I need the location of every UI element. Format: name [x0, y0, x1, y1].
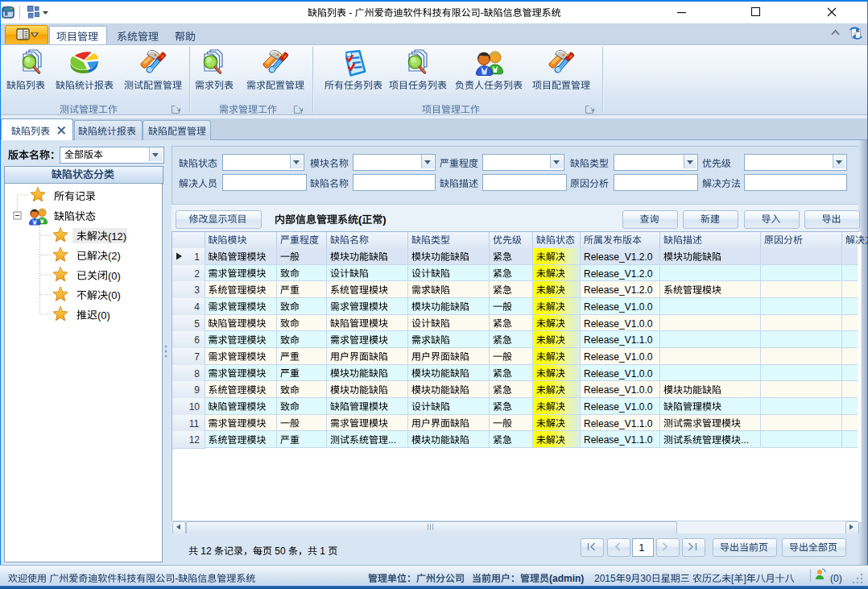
svg-text:10: 10 — [189, 401, 200, 413]
svg-text:Release_V1.0.0: Release_V1.0.0 — [584, 384, 653, 396]
svg-text:7: 7 — [194, 351, 200, 363]
svg-text:8: 8 — [194, 368, 200, 380]
svg-text:): ) — [382, 214, 386, 226]
svg-text:2015: 2015 — [594, 573, 616, 584]
svg-text:(0): (0) — [830, 573, 842, 584]
svg-text:1: 1 — [639, 542, 645, 554]
svg-text:Release_V1.0.0: Release_V1.0.0 — [584, 351, 653, 363]
svg-text:...: ... — [741, 434, 749, 446]
svg-text:-: - — [175, 573, 178, 584]
svg-text:(0): (0) — [108, 289, 121, 301]
svg-text:50: 50 — [272, 545, 288, 557]
svg-text:2: 2 — [194, 268, 200, 280]
svg-text:Release_V1.2.0: Release_V1.2.0 — [584, 251, 653, 263]
svg-text:(: ( — [358, 214, 362, 226]
svg-text:(admin): (admin) — [549, 573, 584, 584]
svg-text:Release_V1.2.0: Release_V1.2.0 — [584, 268, 653, 280]
svg-text:5: 5 — [194, 318, 200, 330]
svg-text:1: 1 — [317, 545, 328, 557]
svg-text:Release_V1.2.0: Release_V1.2.0 — [584, 284, 653, 296]
svg-text:-: - — [481, 7, 484, 19]
svg-text:12: 12 — [189, 434, 200, 446]
svg-text:...: ... — [388, 434, 396, 446]
svg-text:6: 6 — [194, 334, 200, 346]
svg-text:Release_V1.0.0: Release_V1.0.0 — [584, 318, 653, 330]
svg-text:4: 4 — [194, 301, 200, 313]
svg-text:(12): (12) — [108, 230, 126, 243]
svg-text:Release_V1.0.0: Release_V1.0.0 — [584, 301, 653, 313]
svg-text:1: 1 — [194, 251, 200, 263]
svg-text:Release_V1.0.0: Release_V1.0.0 — [584, 401, 653, 413]
svg-text:11: 11 — [189, 418, 200, 429]
svg-text:]: ] — [743, 573, 746, 584]
svg-text:Release_V1.1.0: Release_V1.1.0 — [584, 418, 653, 429]
svg-text:30: 30 — [640, 573, 651, 584]
svg-text:9: 9 — [626, 573, 631, 584]
svg-text:(0): (0) — [97, 309, 110, 321]
svg-text:9: 9 — [194, 384, 200, 396]
svg-text:Release_V1.1.0: Release_V1.1.0 — [584, 434, 653, 446]
svg-text:3: 3 — [194, 284, 200, 296]
svg-text:(2): (2) — [108, 250, 121, 262]
svg-text:(0): (0) — [108, 270, 121, 282]
svg-text:-: - — [346, 7, 355, 19]
svg-text:12: 12 — [198, 545, 214, 557]
svg-text:[: [ — [731, 573, 734, 584]
svg-text:Release_V1.1.0: Release_V1.1.0 — [584, 334, 653, 346]
svg-text:Release_V1.0.0: Release_V1.0.0 — [584, 368, 653, 380]
